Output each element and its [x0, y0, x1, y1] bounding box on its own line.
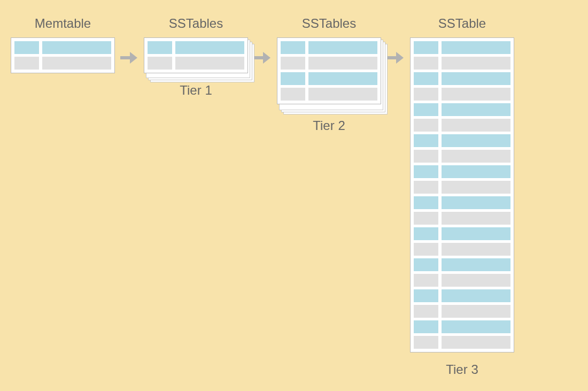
table-row: [414, 72, 510, 85]
tier2-stack: [277, 37, 381, 104]
tier2-title: SSTables: [302, 16, 356, 31]
cell-key: [414, 165, 438, 178]
table-row: [414, 41, 510, 54]
cell-value: [442, 212, 510, 225]
cell-key: [414, 41, 438, 54]
table-row: [414, 57, 510, 70]
memtable-table: [11, 37, 115, 73]
table-row: [148, 41, 244, 54]
cell-value: [442, 41, 510, 54]
cell-key: [414, 289, 438, 302]
table-row: [281, 41, 377, 54]
cell-value: [442, 320, 510, 333]
tier2-column: SSTables: [277, 16, 381, 133]
cell-key: [414, 181, 438, 194]
tier1-column: SSTables Tier 1: [144, 16, 248, 98]
cell-key: [414, 274, 438, 287]
table-row: [414, 336, 510, 349]
cell-value: [308, 72, 377, 85]
table-row: [414, 274, 510, 287]
cell-value: [42, 57, 111, 70]
tier1-caption: Tier 1: [180, 83, 212, 98]
tier1-stack: [144, 37, 248, 73]
table-row: [414, 88, 510, 101]
table-card: [11, 37, 115, 73]
arrow-right-icon: [119, 39, 140, 77]
cell-value: [442, 150, 510, 163]
table-row: [414, 243, 510, 256]
cell-value: [442, 165, 510, 178]
cell-value: [442, 258, 510, 271]
cell-key: [414, 320, 438, 333]
cell-value: [442, 227, 510, 240]
cell-key: [414, 305, 438, 318]
arrow-right-icon: [385, 39, 406, 77]
table-row: [414, 212, 510, 225]
cell-key: [281, 72, 305, 85]
cell-value: [442, 103, 510, 116]
cell-key: [281, 88, 305, 101]
table-row: [281, 72, 377, 85]
table-row: [414, 227, 510, 240]
table-row: [414, 258, 510, 271]
cell-value: [442, 57, 510, 70]
tier3-column: SSTable: [410, 16, 514, 377]
cell-key: [414, 258, 438, 271]
tier3-title: SSTable: [438, 16, 486, 31]
cell-value: [308, 57, 377, 70]
table-row: [414, 196, 510, 209]
cell-key: [414, 57, 438, 70]
cell-value: [442, 181, 510, 194]
table-row: [414, 134, 510, 147]
cell-key: [414, 227, 438, 240]
cell-key: [281, 57, 305, 70]
table-card: [410, 37, 514, 352]
table-row: [281, 57, 377, 70]
compaction-tiers-diagram: Memtable SSTables: [0, 0, 588, 391]
cell-value: [308, 41, 377, 54]
table-row: [14, 41, 111, 54]
tier3-table: [410, 37, 514, 352]
table-row: [414, 181, 510, 194]
table-row: [414, 119, 510, 132]
cell-key: [414, 72, 438, 85]
cell-key: [14, 41, 39, 54]
cell-key: [281, 41, 305, 54]
cell-value: [442, 243, 510, 256]
cell-key: [414, 88, 438, 101]
cell-value: [442, 72, 510, 85]
table-row: [414, 305, 510, 318]
cell-value: [442, 289, 510, 302]
table-row: [281, 88, 377, 101]
table-row: [414, 320, 510, 333]
cell-key: [414, 196, 438, 209]
cell-key: [414, 243, 438, 256]
cell-value: [175, 57, 244, 70]
cell-key: [148, 57, 172, 70]
cell-value: [42, 41, 111, 54]
table-card: [144, 37, 248, 73]
table-row: [414, 165, 510, 178]
table-row: [148, 57, 244, 70]
table-row: [414, 103, 510, 116]
cell-value: [442, 88, 510, 101]
table-card: [277, 37, 381, 104]
cell-value: [442, 196, 510, 209]
tier1-title: SSTables: [169, 16, 223, 31]
cell-value: [442, 305, 510, 318]
table-row: [414, 150, 510, 163]
cell-key: [414, 212, 438, 225]
cell-value: [442, 336, 510, 349]
memtable-column: Memtable: [11, 16, 115, 73]
arrow-right-icon: [252, 39, 273, 77]
tier3-caption: Tier 3: [446, 362, 478, 377]
cell-value: [442, 119, 510, 132]
cell-key: [414, 336, 438, 349]
cell-key: [414, 103, 438, 116]
cell-key: [414, 150, 438, 163]
cell-key: [414, 119, 438, 132]
cell-value: [442, 134, 510, 147]
tier2-caption: Tier 2: [313, 118, 345, 133]
cell-key: [414, 134, 438, 147]
cell-key: [148, 41, 172, 54]
